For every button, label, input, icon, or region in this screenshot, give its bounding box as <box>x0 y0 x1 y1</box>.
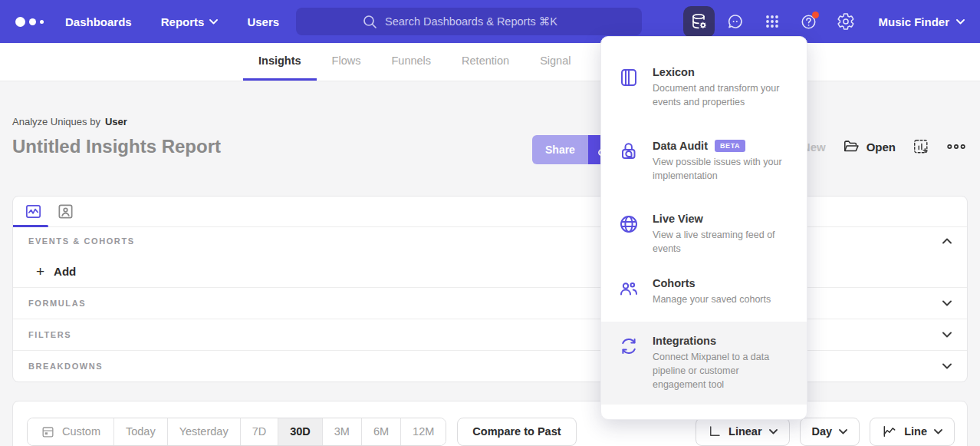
cohorts-people-icon <box>618 278 640 299</box>
menu-item-description: Connect Mixpanel to a data pipeline or c… <box>653 350 789 391</box>
menu-item-data-audit[interactable]: Data Audit BETA View possible issues wit… <box>601 140 807 183</box>
range-12m[interactable]: 12M <box>400 418 446 445</box>
lexicon-book-icon <box>618 67 640 88</box>
nav-item-dashboards[interactable]: Dashboards <box>65 15 132 28</box>
gear-icon <box>837 12 855 31</box>
more-options-button[interactable] <box>946 143 966 150</box>
range-label: Custom <box>62 425 100 438</box>
chevron-down-icon <box>769 429 778 434</box>
tab-funnels[interactable]: Funnels <box>376 43 446 81</box>
mixpanel-logo-icon[interactable] <box>15 17 44 27</box>
chevron-down-icon <box>942 363 952 369</box>
menu-item-description: View possible issues with your implement… <box>653 155 789 183</box>
open-label: Open <box>867 140 896 154</box>
main-content: Analyze Uniques byUser Untitled Insights… <box>0 81 980 446</box>
menu-item-description: View a live streaming feed of events <box>653 228 789 256</box>
nav-item-label: Dashboards <box>65 15 132 28</box>
formulas-section[interactable]: FORMULAS <box>13 287 967 319</box>
breakdowns-section[interactable]: BREAKDOWNS <box>13 350 967 382</box>
nav-links: Dashboards Reports Users <box>65 15 279 28</box>
global-search[interactable] <box>296 8 642 35</box>
nav-item-users[interactable]: Users <box>247 15 279 28</box>
menu-item-title: Lexicon <box>653 66 695 78</box>
section-label: FILTERS <box>28 330 71 339</box>
range-30d[interactable]: 30D <box>278 418 322 445</box>
section-label: BREAKDOWNS <box>28 362 103 371</box>
tab-retention[interactable]: Retention <box>446 43 525 81</box>
chevron-down-icon <box>942 300 952 306</box>
data-management-button[interactable] <box>683 6 715 38</box>
menu-item-live-view[interactable]: Live View View a live streaming feed of … <box>601 213 807 256</box>
nav-item-label: Reports <box>161 15 205 28</box>
menu-item-title: Data Audit <box>653 140 708 152</box>
tab-flows[interactable]: Flows <box>317 43 377 81</box>
chart-add-icon <box>913 138 929 155</box>
folder-icon <box>843 138 860 155</box>
range-custom[interactable]: Custom <box>28 418 113 445</box>
profile-tab-icon <box>57 203 74 220</box>
interval-select[interactable]: Day <box>800 418 860 446</box>
expand-section-control[interactable] <box>942 300 952 306</box>
integrations-sync-icon <box>618 335 640 357</box>
menu-item-cohorts[interactable]: Cohorts Manage your saved cohorts <box>601 277 807 306</box>
collapse-section-control[interactable] <box>942 238 952 244</box>
data-audit-lock-icon <box>618 140 640 162</box>
range-yesterday[interactable]: Yesterday <box>167 418 240 445</box>
support-chat-button[interactable] <box>719 6 751 37</box>
tab-signal[interactable]: Signal <box>525 43 586 81</box>
range-3m[interactable]: 3M <box>322 418 361 445</box>
chevron-down-icon <box>934 429 942 434</box>
nav-item-reports[interactable]: Reports <box>161 15 219 28</box>
range-7d[interactable]: 7D <box>240 418 278 445</box>
users-view-tab[interactable] <box>55 202 75 222</box>
active-tab-underline <box>13 225 48 227</box>
events-cohorts-section[interactable]: EVENTS & COHORTS <box>13 227 967 255</box>
query-builder-card: EVENTS & COHORTS + Add FORMULAS FILTERS … <box>12 196 968 382</box>
beta-badge: BETA <box>715 140 745 152</box>
live-view-globe-icon <box>618 213 640 235</box>
menu-item-text: Cohorts Manage your saved cohorts <box>653 277 771 306</box>
compare-to-past-button[interactable]: Compare to Past <box>457 418 576 446</box>
apps-grid-button[interactable] <box>755 6 788 37</box>
chevron-down-icon <box>839 429 847 434</box>
chart-controls: Linear Day Line <box>696 418 955 446</box>
builder-view-tabs <box>13 197 967 227</box>
chat-bubble-icon <box>726 12 745 31</box>
menu-item-integrations[interactable]: Integrations Connect Mixpanel to a data … <box>601 322 807 405</box>
share-button[interactable]: Share <box>532 135 588 164</box>
search-icon <box>363 15 377 29</box>
interval-label: Day <box>812 425 833 438</box>
expand-section-control[interactable] <box>942 332 952 338</box>
filters-section[interactable]: FILTERS <box>13 319 967 350</box>
kicker-value[interactable]: User <box>105 116 127 127</box>
menu-item-lexicon[interactable]: Lexicon Document and transform your even… <box>601 66 807 109</box>
scale-select[interactable]: Linear <box>696 418 790 446</box>
report-tabbar: Insights Flows Funnels Retention Signal … <box>0 43 980 81</box>
chevron-down-icon <box>956 19 965 25</box>
chevron-down-icon <box>209 19 218 25</box>
database-gear-icon <box>690 12 709 31</box>
events-view-tab[interactable] <box>23 202 43 222</box>
chart-type-label: Line <box>904 425 927 438</box>
menu-item-text: Data Audit BETA View possible issues wit… <box>653 140 789 183</box>
range-today[interactable]: Today <box>113 418 167 445</box>
menu-item-description: Document and transform your events and p… <box>653 81 789 109</box>
chart-type-select[interactable]: Line <box>870 418 955 446</box>
kicker-prefix: Analyze Uniques by <box>12 116 100 127</box>
tab-insights[interactable]: Insights <box>243 43 317 81</box>
settings-button[interactable] <box>829 6 862 37</box>
add-to-dashboard-button[interactable] <box>913 138 929 155</box>
add-event-button[interactable]: + Add <box>36 264 76 279</box>
report-actions: New Open <box>802 138 966 155</box>
project-switcher[interactable]: Music Finder <box>872 15 971 28</box>
help-button[interactable] <box>792 6 825 37</box>
chevron-up-icon <box>942 238 952 244</box>
open-report-button[interactable]: Open <box>843 138 896 155</box>
menu-item-text: Live View View a live streaming feed of … <box>653 213 789 256</box>
search-input[interactable] <box>385 15 575 28</box>
expand-section-control[interactable] <box>942 363 952 369</box>
calendar-icon <box>41 425 55 439</box>
plus-icon: + <box>36 264 44 279</box>
menu-item-description: Manage your saved cohorts <box>653 292 771 306</box>
range-6m[interactable]: 6M <box>361 418 400 445</box>
